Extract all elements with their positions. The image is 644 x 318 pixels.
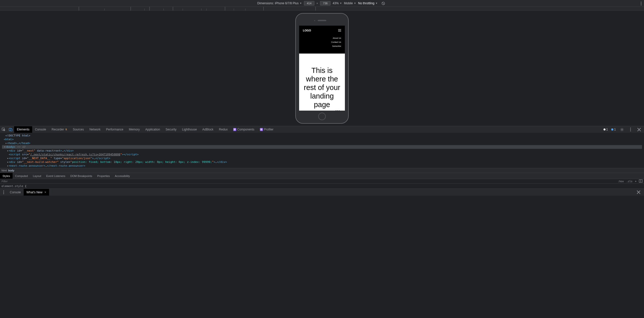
tab-memory[interactable]: Memory [126, 126, 142, 133]
new-rule-icon[interactable]: + [635, 180, 636, 183]
devtools-tabs: Elements Console Recorder⚗ Sources Netwo… [0, 126, 644, 133]
dom-script-nextdata[interactable]: ▸<script id="__NEXT_DATA__" type="applic… [2, 156, 642, 160]
phone-camera-icon [314, 20, 315, 21]
page-logo: LOGO [303, 29, 311, 32]
styles-filter-row: :hov .cls + [0, 179, 644, 184]
page-header: LOGO About Us Contact Us Subscribe [299, 26, 345, 54]
close-icon[interactable] [635, 128, 642, 131]
drawer-tab-whatsnew[interactable]: What's New × [24, 189, 49, 196]
caret-down-icon: ▼ [354, 2, 356, 5]
tab-application[interactable]: Application [143, 126, 163, 133]
tab-adblock[interactable]: AdBlock [199, 126, 216, 133]
crumb-body[interactable]: body [8, 169, 14, 172]
subtab-styles[interactable]: Styles [0, 173, 13, 179]
rotate-icon[interactable] [380, 2, 387, 5]
tab-performance[interactable]: Performance [103, 126, 126, 133]
dom-announcer[interactable]: ▸<next-route-announcer>…</next-route-ann… [2, 164, 642, 168]
subtab-computed[interactable]: Computed [13, 173, 30, 179]
svg-point-4 [641, 5, 641, 5]
settings-icon[interactable] [618, 128, 625, 131]
error-dot-icon [603, 128, 606, 130]
svg-point-3 [641, 3, 641, 4]
device-type: Mobile [344, 2, 353, 5]
svg-point-24 [630, 130, 631, 131]
breadcrumb: html body [0, 168, 644, 173]
tab-network[interactable]: Network [87, 126, 103, 133]
drawer-more-icon[interactable] [0, 189, 7, 196]
svg-rect-10 [11, 129, 12, 131]
dom-tree[interactable]: <!DOCTYPE html> <html> ▸<head>…</head> ⋯… [0, 133, 644, 168]
dom-body-selected[interactable]: ⋯▾<body> == $0 [2, 145, 642, 149]
caret-down-icon: ▼ [300, 2, 302, 5]
dom-div-next[interactable]: ▸<div id="__next" data-reactroot>…</div> [2, 149, 642, 153]
svg-point-31 [3, 193, 4, 194]
dom-div-watcher[interactable]: ▸<div id="__next-build-watcher" style="p… [2, 160, 642, 164]
subtab-properties[interactable]: Properties [95, 173, 112, 179]
error-count: 1 [606, 128, 608, 131]
tab-components[interactable]: Components [230, 126, 257, 133]
tab-security[interactable]: Security [163, 126, 179, 133]
zoom-value: 43% [333, 2, 339, 5]
device-name: iPhone 6/7/8 Plus [275, 2, 299, 5]
nav-list: About Us Contact Us Subscribe [303, 37, 341, 51]
issue-count: 1 [614, 128, 616, 131]
issues-badge[interactable]: 1 [610, 127, 617, 132]
nav-contact[interactable]: Contact Us [303, 41, 341, 43]
phone-screen[interactable]: LOGO About Us Contact Us Subscribe This … [299, 26, 345, 111]
tab-profiler[interactable]: Profiler [257, 126, 276, 133]
phone-speaker-icon [318, 20, 326, 21]
width-input[interactable] [304, 1, 314, 6]
tab-lighthouse[interactable]: Lighthouse [179, 126, 200, 133]
phone-frame: LOGO About Us Contact Us Subscribe This … [295, 13, 349, 124]
react-icon [260, 128, 263, 131]
page-body-text: This is where the rest of your landing p… [299, 54, 345, 111]
dom-html[interactable]: <html> [2, 138, 642, 141]
nav-subscribe[interactable]: Subscribe [303, 45, 341, 47]
caret-down-icon: ▼ [375, 2, 378, 5]
toggle-cls[interactable]: .cls [626, 180, 632, 183]
zoom-dropdown[interactable]: 43% ▼ [333, 2, 342, 5]
close-drawer-icon[interactable] [635, 190, 642, 194]
throttling-dropdown[interactable]: No throttling ▼ [358, 2, 378, 5]
drawer-tabs: Console What's New × [0, 189, 644, 196]
device-type-dropdown[interactable]: Mobile ▼ [344, 2, 356, 5]
dom-head[interactable]: ▸<head>…</head> [2, 141, 642, 145]
drawer-tab-console[interactable]: Console [7, 189, 24, 196]
crumb-html[interactable]: html [2, 169, 7, 172]
styles-filter-input[interactable] [0, 180, 618, 183]
rule-brace: { [25, 185, 27, 188]
caret-down-icon: ▼ [340, 2, 342, 5]
subtab-layout[interactable]: Layout [30, 173, 44, 179]
svg-point-21 [621, 129, 623, 130]
more-options-icon[interactable] [641, 0, 641, 7]
hamburger-icon[interactable] [338, 29, 341, 32]
svg-point-17 [261, 129, 262, 130]
close-tab-icon[interactable]: × [45, 191, 46, 194]
tab-redux[interactable]: Redux [216, 126, 230, 133]
tab-elements[interactable]: Elements [14, 126, 32, 133]
style-rule-area[interactable]: element.style { [0, 184, 644, 189]
issue-dot-icon [611, 128, 613, 130]
svg-point-23 [630, 129, 631, 130]
more-options-icon[interactable] [627, 128, 634, 131]
toggle-hov[interactable]: :hov [618, 180, 624, 183]
tab-sources[interactable]: Sources [70, 126, 87, 133]
dimension-separator: × [316, 2, 318, 5]
tab-recorder[interactable]: Recorder⚗ [49, 126, 70, 133]
flask-icon: ⚗ [65, 128, 67, 131]
svg-point-2 [641, 2, 641, 3]
subtab-dom-breakpoints[interactable]: DOM Breakpoints [68, 173, 95, 179]
height-input[interactable] [320, 1, 331, 6]
tab-console[interactable]: Console [32, 126, 49, 133]
toggle-device-icon[interactable] [7, 126, 14, 133]
nav-about[interactable]: About Us [303, 37, 341, 39]
dom-script-refresh[interactable]: <script src="/_next/static/chunks/react-… [2, 153, 642, 156]
subtab-accessibility[interactable]: Accessibility [112, 173, 133, 179]
dimensions-dropdown[interactable]: Dimensions: iPhone 6/7/8 Plus ▼ [257, 2, 302, 5]
errors-badge[interactable]: 1 [602, 127, 609, 132]
computed-toggle-icon[interactable] [639, 179, 642, 183]
subtab-event-listeners[interactable]: Event Listeners [44, 173, 68, 179]
svg-point-22 [630, 128, 631, 128]
inspect-icon[interactable] [0, 126, 7, 133]
dom-doctype[interactable]: <!DOCTYPE html> [2, 134, 642, 138]
